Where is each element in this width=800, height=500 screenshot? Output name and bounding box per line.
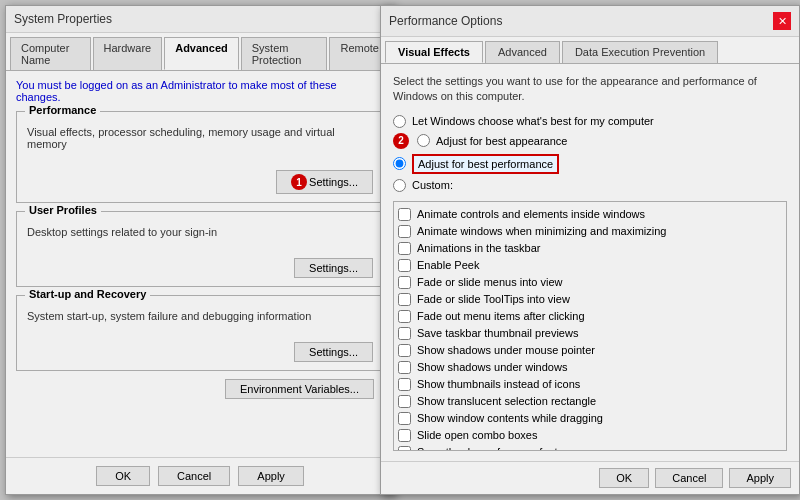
tab-computer-name[interactable]: Computer Name [10, 37, 91, 70]
radio-windows-best[interactable] [393, 115, 406, 128]
startup-recovery-group: Start-up and Recovery System start-up, s… [16, 295, 384, 371]
tab-hardware[interactable]: Hardware [93, 37, 163, 70]
system-properties-content: You must be logged on as an Administrato… [6, 71, 394, 457]
list-item: Show shadows under windows [398, 359, 782, 376]
startup-recovery-settings-button[interactable]: Settings... [294, 342, 373, 362]
radio-custom[interactable] [393, 179, 406, 192]
list-item: Show window contents while dragging [398, 410, 782, 427]
checkbox-label-1[interactable]: Animate windows when minimizing and maxi… [417, 225, 666, 237]
performance-settings-button[interactable]: 1Settings... [276, 170, 373, 194]
list-item: Fade or slide ToolTips into view [398, 291, 782, 308]
system-properties-window: System Properties Computer Name Hardware… [5, 5, 395, 495]
list-item: Save taskbar thumbnail previews [398, 325, 782, 342]
perf-apply-button[interactable]: Apply [729, 468, 791, 488]
system-properties-titlebar: System Properties [6, 6, 394, 33]
perf-ok-button[interactable]: OK [599, 468, 649, 488]
checkbox-1[interactable] [398, 225, 411, 238]
visual-effects-checkbox-list: Animate controls and elements inside win… [393, 201, 787, 451]
list-item: Slide open combo boxes [398, 427, 782, 444]
checkbox-label-10[interactable]: Show thumbnails instead of icons [417, 378, 580, 390]
performance-options-content: Select the settings you want to use for … [381, 64, 799, 461]
list-item: Show shadows under mouse pointer [398, 342, 782, 359]
startup-recovery-description: System start-up, system failure and debu… [27, 310, 373, 322]
tab-system-protection[interactable]: System Protection [241, 37, 328, 70]
list-item: Show translucent selection rectangle [398, 393, 782, 410]
system-properties-footer: OK Cancel Apply [6, 457, 394, 494]
checkbox-label-11[interactable]: Show translucent selection rectangle [417, 395, 596, 407]
checkbox-label-6[interactable]: Fade out menu items after clicking [417, 310, 585, 322]
tab-advanced[interactable]: Advanced [164, 37, 239, 70]
performance-badge: 1 [291, 174, 307, 190]
radio-best-appearance-label[interactable]: Adjust for best appearance [436, 135, 567, 147]
checkbox-label-12[interactable]: Show window contents while dragging [417, 412, 603, 424]
checkbox-label-0[interactable]: Animate controls and elements inside win… [417, 208, 645, 220]
perf-cancel-button[interactable]: Cancel [655, 468, 723, 488]
radio-windows-best-label[interactable]: Let Windows choose what's best for my co… [412, 115, 654, 127]
radio-best-performance[interactable] [393, 157, 406, 170]
tab-data-execution-prevention[interactable]: Data Execution Prevention [562, 41, 718, 63]
checkbox-12[interactable] [398, 412, 411, 425]
performance-options-footer: OK Cancel Apply [381, 461, 799, 494]
list-item: Fade out menu items after clicking [398, 308, 782, 325]
checkbox-label-5[interactable]: Fade or slide ToolTips into view [417, 293, 570, 305]
environment-variables-button[interactable]: Environment Variables... [225, 379, 374, 399]
radio-option-1: Let Windows choose what's best for my co… [393, 115, 787, 128]
system-properties-title: System Properties [14, 12, 112, 26]
checkbox-6[interactable] [398, 310, 411, 323]
checkbox-label-7[interactable]: Save taskbar thumbnail previews [417, 327, 578, 339]
list-item: Smooth edges of screen fonts [398, 444, 782, 451]
checkbox-label-9[interactable]: Show shadows under windows [417, 361, 567, 373]
list-item: Fade or slide menus into view [398, 274, 782, 291]
apply-button[interactable]: Apply [238, 466, 304, 486]
checkbox-label-13[interactable]: Slide open combo boxes [417, 429, 537, 441]
checkbox-label-4[interactable]: Fade or slide menus into view [417, 276, 563, 288]
tab-visual-effects[interactable]: Visual Effects [385, 41, 483, 63]
checkbox-label-3[interactable]: Enable Peek [417, 259, 479, 271]
checkbox-label-2[interactable]: Animations in the taskbar [417, 242, 541, 254]
performance-description: Visual effects, processor scheduling, me… [27, 126, 373, 150]
performance-options-window: Performance Options ✕ Visual Effects Adv… [380, 5, 800, 495]
performance-options-description: Select the settings you want to use for … [393, 74, 787, 105]
performance-group-title: Performance [25, 104, 100, 116]
tab-advanced[interactable]: Advanced [485, 41, 560, 63]
checkbox-8[interactable] [398, 344, 411, 357]
cancel-button[interactable]: Cancel [158, 466, 230, 486]
radio-option-4: Custom: [393, 179, 787, 192]
startup-recovery-group-title: Start-up and Recovery [25, 288, 150, 300]
radio-badge-2: 2 [393, 133, 409, 149]
checkbox-4[interactable] [398, 276, 411, 289]
user-profiles-group-title: User Profiles [25, 204, 101, 216]
checkbox-0[interactable] [398, 208, 411, 221]
radio-custom-label[interactable]: Custom: [412, 179, 453, 191]
checkbox-5[interactable] [398, 293, 411, 306]
close-button[interactable]: ✕ [773, 12, 791, 30]
user-profiles-settings-button[interactable]: Settings... [294, 258, 373, 278]
performance-options-tabbar: Visual Effects Advanced Data Execution P… [381, 37, 799, 64]
checkbox-7[interactable] [398, 327, 411, 340]
radio-option-3: Adjust for best performance [393, 154, 787, 174]
performance-options-titlebar: Performance Options ✕ [381, 6, 799, 37]
radio-best-appearance[interactable] [417, 134, 430, 147]
checkbox-9[interactable] [398, 361, 411, 374]
radio-best-performance-label[interactable]: Adjust for best performance [412, 154, 559, 174]
checkbox-3[interactable] [398, 259, 411, 272]
list-item: Animate controls and elements inside win… [398, 206, 782, 223]
admin-notice: You must be logged on as an Administrato… [16, 79, 384, 103]
checkbox-13[interactable] [398, 429, 411, 442]
list-item: Animations in the taskbar [398, 240, 782, 257]
checkbox-14[interactable] [398, 446, 411, 451]
system-properties-tabbar: Computer Name Hardware Advanced System P… [6, 33, 394, 71]
checkbox-2[interactable] [398, 242, 411, 255]
checkbox-label-8[interactable]: Show shadows under mouse pointer [417, 344, 595, 356]
list-item: Show thumbnails instead of icons [398, 376, 782, 393]
user-profiles-description: Desktop settings related to your sign-in [27, 226, 373, 238]
radio-option-2: 2 Adjust for best appearance [393, 133, 787, 149]
performance-group: Performance Visual effects, processor sc… [16, 111, 384, 203]
checkbox-11[interactable] [398, 395, 411, 408]
checkbox-label-14[interactable]: Smooth edges of screen fonts [417, 446, 563, 451]
checkbox-10[interactable] [398, 378, 411, 391]
list-item: Animate windows when minimizing and maxi… [398, 223, 782, 240]
performance-options-title: Performance Options [389, 14, 502, 28]
list-item: Enable Peek [398, 257, 782, 274]
ok-button[interactable]: OK [96, 466, 150, 486]
